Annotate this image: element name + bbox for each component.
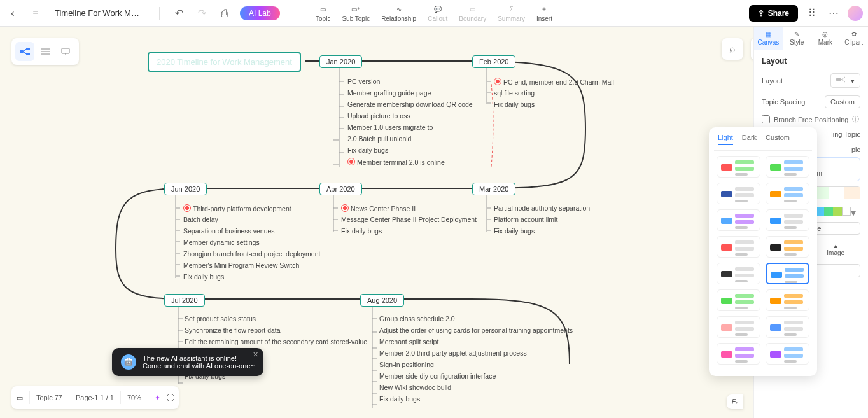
apps-icon[interactable]: ⠿ (804, 6, 820, 21)
subtopic[interactable]: News Center Phase II (341, 204, 416, 212)
subtopic[interactable]: Edit the remaining amount of the seconda… (185, 338, 367, 345)
node-apr[interactable]: Apr 2020 (319, 183, 362, 195)
subtopic[interactable]: Fix daily bugs (341, 227, 382, 235)
outline-view-icon[interactable] (36, 42, 55, 61)
subtopic[interactable]: Set product sales status (185, 315, 256, 323)
subtopic[interactable]: Upload picture to oss (347, 112, 410, 120)
theme-thumbnail[interactable] (717, 236, 760, 258)
subtopic[interactable]: Batch delay (183, 216, 218, 223)
node-mar[interactable]: Mar 2020 (472, 183, 515, 195)
subtopic[interactable]: sql file sorting (494, 89, 535, 97)
theme-thumbnail[interactable] (766, 316, 809, 338)
avatar[interactable] (848, 6, 863, 21)
subtopic[interactable]: Fix daily bugs (379, 395, 420, 403)
theme-thumbnail[interactable] (717, 316, 760, 338)
help-icon[interactable]: ⓘ (852, 115, 859, 124)
theme-thumbnail[interactable] (766, 209, 809, 231)
ai-sparkle-icon[interactable]: ✦ (155, 394, 160, 402)
subtopic[interactable]: Adjust the order of using cards for pers… (379, 326, 573, 334)
toast-close-icon[interactable]: ✕ (253, 351, 258, 359)
subtopic[interactable]: Zhongjun branch front-end project deploy… (183, 250, 320, 258)
panel-tab-canvas[interactable]: ▦Canvas (754, 27, 783, 50)
subtopic[interactable]: Message Center Phase II Project Deployme… (341, 216, 477, 223)
toolbar-sub-topic[interactable]: ▭⁺Sub Topic (342, 4, 370, 22)
subtopic[interactable]: Group class schedule 2.0 (379, 315, 454, 323)
node-jul[interactable]: Jul 2020 (164, 294, 205, 307)
map-overview-icon[interactable]: ▭ (17, 394, 23, 402)
search-button[interactable]: ⌕ (722, 38, 743, 60)
theme-thumbnail[interactable] (766, 183, 809, 204)
theme-thumbnail[interactable] (717, 263, 760, 284)
node-feb[interactable]: Feb 2020 (472, 55, 515, 68)
grid-preset-2[interactable] (813, 186, 861, 199)
font-chip[interactable]: Fₙ (727, 394, 743, 409)
panel-tab-mark[interactable]: ◎Mark (811, 27, 840, 50)
subtopic[interactable]: Fix daily bugs (183, 273, 224, 281)
subtopic[interactable]: Partial node authority separation (494, 204, 590, 212)
subtopic[interactable]: Separation of business venues (183, 227, 275, 235)
back-icon[interactable]: ‹ (5, 6, 20, 21)
toolbar-insert[interactable]: ＋Insert (536, 4, 552, 22)
theme-thumbnail[interactable] (766, 343, 809, 365)
subtopic[interactable]: Fix daily bugs (494, 101, 535, 108)
subtopic[interactable]: Platform account limit (494, 216, 557, 223)
theme-thumbnail[interactable] (717, 289, 760, 311)
flyout-tab-dark[interactable]: Dark (742, 134, 757, 145)
subtopic[interactable]: Generate membership download QR code (347, 101, 473, 108)
subtopic[interactable]: 2.0 Batch pull unionid (347, 135, 411, 143)
document-title[interactable]: Timeline For Work Mana... (55, 8, 144, 18)
toolbar-topic[interactable]: ▭Topic (316, 4, 330, 22)
subtopic[interactable]: Member dynamic settings (183, 239, 260, 246)
panel-tab-style[interactable]: ✎Style (783, 27, 811, 50)
subtopic[interactable]: Member grafting guide page (347, 89, 431, 97)
subtopic[interactable]: Member 2.0 third-party applet adjustment… (379, 349, 527, 357)
theme-thumbnail[interactable] (717, 183, 760, 204)
layout-selector[interactable]: ▾ (830, 73, 860, 88)
central-topic[interactable]: 2020 Timeline for Work Management (148, 52, 301, 72)
ai-lab-button[interactable]: AI Lab (240, 6, 280, 20)
theme-thumbnail[interactable] (766, 156, 809, 178)
image-tab[interactable]: ▲Image (811, 242, 861, 256)
theme-thumbnail[interactable] (717, 156, 760, 178)
topic-count[interactable]: Topic 77 (36, 394, 62, 401)
subtopic[interactable]: Member's Mini Program Review Switch (183, 261, 299, 269)
menu-icon[interactable]: ≡ (28, 6, 43, 21)
subtopic[interactable]: Fix daily bugs (347, 146, 388, 154)
fullscreen-icon[interactable]: ⛶ (167, 394, 174, 401)
subtopic[interactable]: Member terminal 2.0 is online (347, 158, 445, 166)
node-aug[interactable]: Aug 2020 (360, 294, 404, 307)
subtopic[interactable]: Merchant split script (379, 338, 438, 345)
more-icon[interactable]: ⋯ (826, 6, 841, 21)
mindmap-view-icon[interactable] (15, 42, 34, 61)
theme-thumbnail[interactable] (717, 343, 760, 365)
subtopic[interactable]: PC version (347, 78, 380, 85)
flyout-tab-custom[interactable]: Custom (766, 134, 790, 145)
spacing-selector[interactable]: Custom (825, 95, 860, 108)
theme-thumbnail[interactable] (766, 289, 809, 311)
format-painter-icon[interactable]: ⎙ (217, 6, 232, 21)
subtopic[interactable]: PC end, member end 2.0 Charm Mall (494, 78, 614, 86)
toolbar-relationship[interactable]: ∿Relationship (381, 4, 416, 22)
zoom-level[interactable]: 70% (127, 394, 141, 401)
share-button[interactable]: ⇪ Share (749, 5, 798, 22)
subtopic[interactable]: Member side diy configuration interface (379, 372, 496, 380)
undo-icon[interactable]: ↶ (171, 6, 186, 21)
subtopic[interactable]: Third-party platform development (183, 204, 291, 212)
subtopic[interactable]: Sign-in positioning (379, 361, 434, 368)
page-indicator[interactable]: Page-1 1 / 1 (76, 394, 114, 401)
subtopic[interactable]: New Wiki showdoc build (379, 384, 451, 391)
presentation-view-icon[interactable] (56, 42, 75, 61)
branch-free-checkbox[interactable] (762, 115, 770, 123)
node-jun[interactable]: Jun 2020 (164, 183, 207, 195)
theme-thumbnail[interactable] (717, 209, 760, 231)
subtopic[interactable]: Fix daily bugs (494, 227, 535, 235)
panel-tab-clipart[interactable]: ✿Clipart (839, 27, 868, 50)
subtopic[interactable]: Synchronize the flow report data (185, 326, 281, 334)
flyout-tab-light[interactable]: Light (718, 134, 733, 145)
theme-thumbnail[interactable] (766, 263, 809, 284)
theme-thumbnail[interactable] (766, 236, 809, 258)
redo-icon[interactable]: ↷ (194, 6, 209, 21)
node-jan[interactable]: Jan 2020 (319, 55, 362, 68)
subtopic[interactable]: Member 1.0 users migrate to (347, 123, 433, 131)
ai-assistant-toast: 🤖 The new AI assistant is online! Come a… (112, 348, 263, 376)
